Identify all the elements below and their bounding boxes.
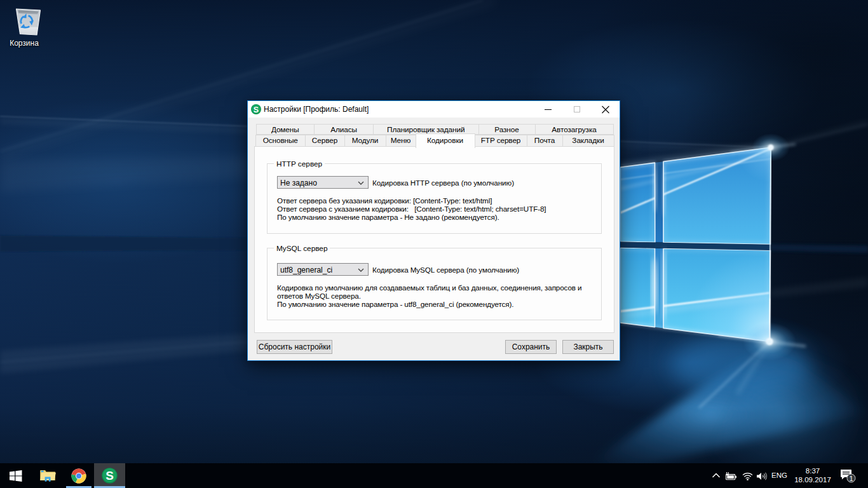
svg-text:1: 1 — [849, 475, 853, 482]
svg-text:S: S — [254, 105, 259, 114]
svg-text:S: S — [105, 469, 114, 482]
